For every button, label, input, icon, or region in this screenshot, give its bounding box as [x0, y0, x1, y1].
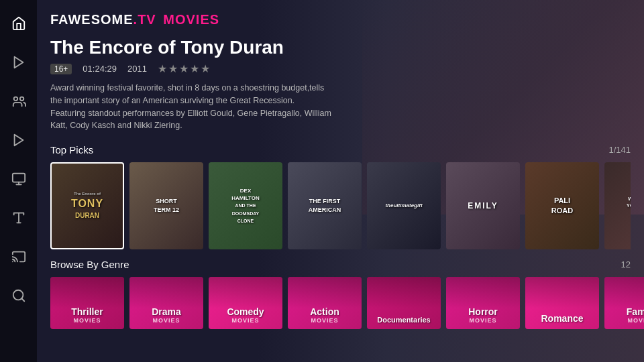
movie-card-short12-inner: SHORT TERM 12 — [129, 162, 203, 249]
hero-description: Award winning festival favorite, shot in… — [50, 82, 332, 132]
genre-card-family[interactable]: Family MOVIES — [604, 277, 644, 329]
movie-card-ultimate-gift[interactable]: theultimategift — [367, 162, 441, 249]
hero-title: The Encore of Tony Duran — [50, 37, 631, 58]
hero-duration: 01:24:29 — [83, 64, 117, 74]
movie-card-tony[interactable]: The Encore of TONY DURAN — [50, 162, 124, 249]
hero-stars: ★★★★★ — [158, 62, 211, 75]
browse-genre-count: 12 — [621, 259, 631, 269]
movie-card-emily[interactable]: EMILY — [446, 162, 520, 249]
movie-card-hell-inner: WHY DON'T YOU PLAY IN HELL? — [604, 162, 631, 249]
movie-short12-label: SHORT TERM 12 — [148, 197, 185, 214]
sidebar-home-icon[interactable] — [9, 13, 29, 34]
genre-card-thriller[interactable]: Thriller MOVIES — [50, 277, 124, 329]
svg-point-1 — [19, 97, 23, 101]
svg-marker-0 — [14, 57, 23, 68]
movie-first-label: THE FIRSTAMERICAN — [306, 197, 344, 214]
genre-romance-name: Romance — [541, 313, 583, 324]
logo-movies: MOVIES — [163, 12, 219, 27]
genre-family-name: Family — [627, 306, 644, 317]
genre-card-romance[interactable]: Romance — [525, 277, 599, 329]
logo-fawesome: FAWESOME — [50, 12, 133, 27]
genre-card-drama[interactable]: Drama MOVIES — [129, 277, 203, 329]
movie-card-first-american[interactable]: THE FIRSTAMERICAN — [288, 162, 362, 249]
svg-point-2 — [13, 97, 17, 101]
movie-card-pali-road[interactable]: PALI ROAD — [525, 162, 599, 249]
hero-year: 2011 — [127, 64, 147, 74]
genre-thriller-name: Thriller — [71, 306, 103, 317]
hero-meta: 16+ 01:24:29 2011 ★★★★★ — [50, 62, 631, 75]
app-header: FAWESOME.TV MOVIES — [50, 12, 631, 27]
movie-emily-label: EMILY — [465, 200, 501, 212]
browse-genre-header: Browse By Genre 12 — [50, 259, 631, 270]
genre-row: Thriller MOVIES Drama MOVIES Comedy MOVI… — [50, 277, 631, 329]
genre-horror-sub: MOVIES — [469, 317, 496, 324]
hero-rating-badge: 16+ — [50, 64, 72, 74]
genre-action-name: Action — [310, 306, 339, 317]
sidebar-group-icon[interactable] — [9, 91, 29, 111]
sidebar-cast-icon[interactable] — [9, 247, 29, 267]
sidebar-screen-icon[interactable] — [9, 169, 29, 189]
genre-comedy-name: Comedy — [227, 306, 264, 317]
movie-card-emily-inner: EMILY — [446, 162, 520, 249]
logo-tv: .TV — [133, 12, 156, 27]
movie-gift-label: theultimategift — [382, 202, 425, 209]
sidebar-play-icon[interactable] — [9, 52, 29, 72]
svg-rect-4 — [12, 174, 24, 182]
movie-card-tony-inner: The Encore of TONY DURAN — [52, 164, 123, 248]
movie-card-gift-inner: theultimategift — [367, 162, 441, 249]
main-content: FAWESOME.TV MOVIES The Encore of Tony Du… — [37, 0, 644, 362]
movie-dex-label: DEX HAMILTONAND THE DOOMSDAY CLONE — [227, 187, 264, 225]
top-picks-count: 1/141 — [608, 145, 631, 155]
browse-genre-title: Browse By Genre — [50, 259, 129, 270]
top-picks-title: Top Picks — [50, 144, 93, 156]
movie-pali-label: PALI ROAD — [544, 196, 581, 217]
svg-line-11 — [21, 298, 24, 301]
app-logo: FAWESOME.TV MOVIES — [50, 12, 219, 27]
movies-row: The Encore of TONY DURAN SHORT TERM 12 D… — [50, 162, 631, 249]
genre-card-comedy[interactable]: Comedy MOVIES — [209, 277, 282, 329]
genre-card-horror[interactable]: Horror MOVIES — [446, 277, 520, 329]
svg-marker-3 — [14, 135, 23, 146]
genre-drama-name: Drama — [152, 306, 181, 317]
browse-genre-section: Browse By Genre 12 Thriller MOVIES Drama… — [50, 259, 631, 329]
movie-card-dex[interactable]: DEX HAMILTONAND THE DOOMSDAY CLONE — [209, 162, 282, 249]
genre-horror-name: Horror — [468, 306, 498, 317]
movie-card-short12[interactable]: SHORT TERM 12 — [129, 162, 203, 249]
genre-drama-sub: MOVIES — [152, 317, 180, 324]
movie-card-first-inner: THE FIRSTAMERICAN — [288, 162, 362, 249]
genre-documentaries-name: Documentaries — [377, 316, 430, 324]
sidebar-video-icon[interactable] — [9, 130, 29, 150]
movie-tony-label: The Encore of TONY DURAN — [68, 192, 106, 220]
genre-action-sub: MOVIES — [311, 317, 338, 324]
movie-card-pali-inner: PALI ROAD — [525, 162, 599, 249]
genre-card-action[interactable]: Action MOVIES — [288, 277, 362, 329]
top-picks-header: Top Picks 1/141 — [50, 144, 631, 156]
genre-card-documentaries[interactable]: Documentaries — [367, 277, 441, 329]
hero-info: The Encore of Tony Duran 16+ 01:24:29 20… — [50, 37, 631, 132]
movie-card-dex-inner: DEX HAMILTONAND THE DOOMSDAY CLONE — [209, 162, 282, 249]
movie-hell-label: WHY DON'T YOU PLAY IN HELL? — [623, 196, 631, 215]
sidebar-search-icon[interactable] — [9, 286, 29, 306]
genre-comedy-sub: MOVIES — [231, 317, 259, 324]
top-picks-section: Top Picks 1/141 The Encore of TONY DURAN… — [50, 144, 631, 249]
sidebar-font-icon[interactable] — [9, 208, 29, 228]
sidebar — [0, 0, 37, 362]
movie-card-play-in-hell[interactable]: WHY DON'T YOU PLAY IN HELL? — [604, 162, 631, 249]
genre-thriller-sub: MOVIES — [73, 317, 101, 324]
genre-family-sub: MOVIES — [627, 317, 644, 324]
